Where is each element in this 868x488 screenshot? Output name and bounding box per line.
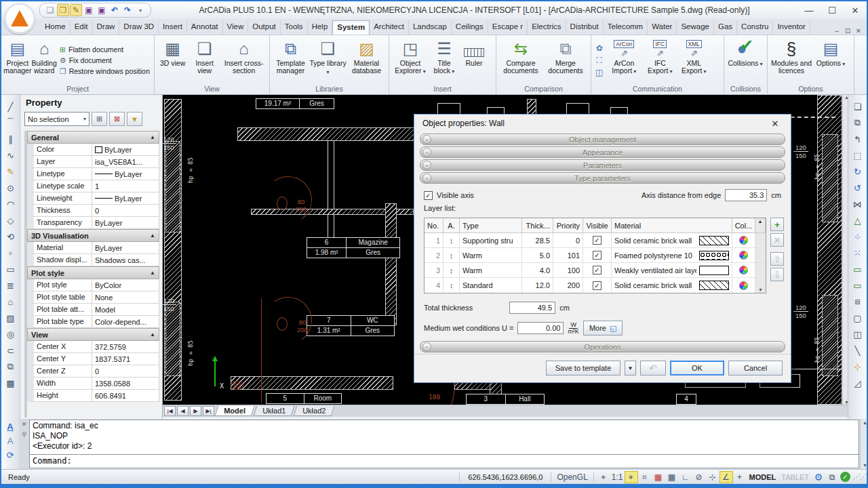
hatch-swatch[interactable]	[699, 266, 729, 275]
insert-view-button[interactable]: ❏Insert view	[189, 37, 220, 84]
mirror-copy-tool-icon[interactable]: △	[850, 213, 865, 228]
viewer-icon[interactable]: ◫	[595, 68, 603, 77]
wipeout-tool-icon[interactable]: ⧉	[3, 359, 18, 374]
open-document-icon[interactable]: ❒	[57, 4, 69, 16]
command-scrollbar[interactable]: ▲▼	[860, 419, 868, 469]
tab-sewage[interactable]: Sewage	[677, 20, 714, 35]
undo-changes-button[interactable]: ↶	[640, 361, 666, 375]
last-sheet-button[interactable]: ▶|	[203, 406, 214, 416]
axis-distance-input[interactable]: 35.3	[725, 189, 767, 201]
hatch-swatch[interactable]	[699, 251, 729, 260]
section-operations[interactable]: ⌄Operations	[420, 341, 785, 352]
sketch-tool-icon[interactable]: ✎	[3, 164, 18, 179]
property-row-center-z[interactable]: Center Z0	[27, 365, 159, 378]
layer-row-4[interactable]: 4↕Standard12.0200✓Solid ceramic brick wa…	[425, 278, 766, 293]
ruler-button[interactable]: Ruler	[459, 37, 489, 84]
hatch-tool-icon[interactable]: ▩	[3, 375, 18, 390]
section-plot-style[interactable]: Plot style▲	[27, 266, 159, 279]
property-row-plot-table-att[interactable]: Plot table att...Model	[27, 304, 159, 316]
resize-grip[interactable]: ⋰⋰	[853, 472, 867, 481]
select-objects-button[interactable]: ⊞	[92, 112, 107, 126]
filter-button[interactable]: ▼	[127, 112, 142, 126]
mdi-close-button[interactable]: ✕	[853, 27, 864, 35]
cancel-button[interactable]: Cancel	[728, 361, 783, 375]
hatch-swatch[interactable]	[699, 281, 729, 290]
command-history[interactable]: Command: isa_ec ISA_NOP <Executor id>: 2	[30, 420, 859, 454]
first-sheet-button[interactable]: |◀	[164, 406, 176, 416]
section-object-management[interactable]: ⌄Object management	[420, 134, 785, 145]
tab-inventor[interactable]: Inventor	[773, 20, 810, 35]
tab-annotate[interactable]: Annotat	[187, 20, 223, 35]
array-tool-icon[interactable]: ⬚	[850, 148, 865, 163]
screen-icon[interactable]: ⛶	[595, 56, 603, 65]
mdi-restore-button[interactable]: ⊡	[842, 27, 853, 35]
rotate-copy-tool-icon[interactable]: ↺	[850, 180, 865, 195]
tab-distribution[interactable]: Distribut	[566, 20, 604, 35]
building-wizard-button[interactable]: ⌂Building wizard	[31, 37, 56, 84]
merge-documents-button[interactable]: ⧉Merge documents	[543, 37, 588, 84]
deselect-button[interactable]: ⊠	[109, 112, 125, 126]
color-wheel-icon[interactable]	[739, 236, 748, 245]
hatch-swatch[interactable]	[699, 236, 729, 245]
undo-icon[interactable]: ↶	[108, 4, 121, 16]
tab-insert[interactable]: Insert	[159, 20, 187, 35]
property-row-plot-table-type[interactable]: Plot table typeColor-depend...	[27, 316, 159, 328]
text-style-icon[interactable]: A	[7, 436, 14, 446]
property-row-thickness[interactable]: Thickness0	[27, 205, 159, 217]
text-window-icon[interactable]: A	[7, 422, 13, 432]
medium-wet-input[interactable]: 0.00	[517, 322, 564, 334]
renderer-toggle[interactable]: OpenGL	[554, 471, 590, 483]
ellipse-tool-icon[interactable]: ◇	[3, 213, 18, 228]
options-button[interactable]: ▤Options	[813, 37, 848, 84]
scale-indicator[interactable]: 1:1	[610, 471, 625, 483]
chamfer-tool-icon[interactable]: ◿	[850, 375, 865, 390]
fillet-tool-icon[interactable]: ╲	[850, 343, 865, 358]
arcadia-logo[interactable]	[4, 3, 35, 34]
prev-sheet-button[interactable]: ◀	[177, 406, 189, 416]
xml-export-button[interactable]: XML⇗XML Export	[677, 37, 711, 84]
section-view[interactable]: View▲	[27, 328, 159, 341]
arcon-import-button[interactable]: ArCon⇗ArCon Import	[605, 37, 643, 84]
selection-dropdown[interactable]: No selection▾	[24, 112, 90, 126]
model-space-toggle[interactable]: MODEL	[747, 473, 779, 481]
object-explorer-button[interactable]: ◳Object Explorer	[391, 37, 429, 84]
point-tool-icon[interactable]: ▫	[3, 245, 18, 260]
fix-document-button[interactable]: ⚙Fix document	[60, 56, 150, 65]
property-row-center-y[interactable]: Center Y1837.5371	[27, 353, 159, 365]
tab-gas[interactable]: Gas	[714, 20, 737, 35]
material-database-button[interactable]: ▨Material database	[347, 37, 387, 84]
type-library-button[interactable]: ❑Type library	[309, 37, 347, 84]
template-manager-button[interactable]: ⧉Template manager	[272, 37, 309, 84]
visible-checkbox[interactable]: ✓	[593, 236, 601, 245]
tab-water[interactable]: Water	[648, 20, 677, 35]
tab-help[interactable]: Help	[308, 20, 333, 35]
property-row-color[interactable]: ColorByLayer	[27, 144, 159, 156]
axis-position-icon[interactable]: ↕	[443, 263, 460, 277]
spline-tool-icon[interactable]: ∿	[3, 148, 18, 163]
crosshair-icon[interactable]: +	[733, 471, 747, 483]
new-document-icon[interactable]: ❏	[44, 4, 56, 16]
layer-row-1[interactable]: 1↕Supporting stru28.50✓Solid ceramic bri…	[425, 233, 766, 248]
arc-tool-icon[interactable]: ◠	[3, 197, 18, 211]
property-row-transparency[interactable]: TransparencyByLayer	[27, 217, 159, 229]
ok-button[interactable]: OK	[670, 361, 724, 375]
sheet-tab-model[interactable]: Model	[215, 406, 255, 416]
offset-tool-icon[interactable]: ↰	[850, 131, 865, 146]
property-row-width[interactable]: Width1358.0588	[27, 378, 159, 390]
minimize-button[interactable]: —	[797, 2, 821, 18]
close-button[interactable]: ✕	[844, 2, 867, 18]
pin-panel-icon[interactable]: ⚲	[22, 431, 26, 438]
tab-draw[interactable]: Draw	[93, 20, 120, 35]
osnap-tracking-icon[interactable]: ⊹	[706, 471, 719, 483]
box-3d-tool-icon[interactable]: ▢	[850, 310, 865, 325]
grid-snap-icon[interactable]: ▦	[652, 471, 665, 483]
insert-cross-section-button[interactable]: ⌂Insert cross-section	[220, 37, 267, 84]
save-template-dropdown-button[interactable]: ▼	[625, 361, 636, 375]
property-row-linetype[interactable]: LinetypeByLayer	[27, 168, 159, 180]
polar-tracking-icon[interactable]: ⊘	[692, 471, 706, 483]
array-rect-tool-icon[interactable]: ⁘	[850, 229, 865, 244]
ortho-mode-icon[interactable]: ∟	[679, 471, 692, 483]
table-scrollbar[interactable]: ▲	[755, 218, 766, 232]
refresh-icon[interactable]: ⟳	[7, 450, 14, 460]
add-layer-button[interactable]: +	[770, 218, 784, 231]
